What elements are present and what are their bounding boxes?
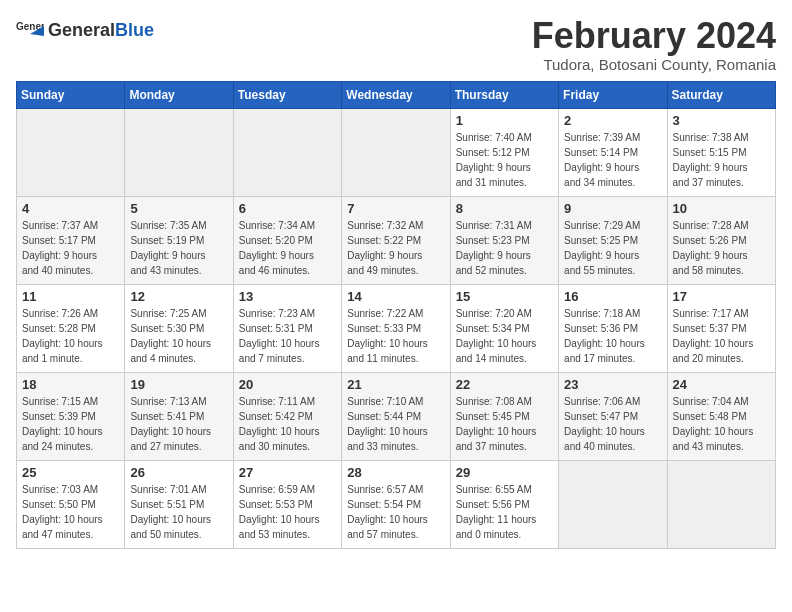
calendar-cell: 11Sunrise: 7:26 AM Sunset: 5:28 PM Dayli… (17, 284, 125, 372)
day-number: 16 (564, 289, 661, 304)
day-info: Sunrise: 7:31 AM Sunset: 5:23 PM Dayligh… (456, 218, 553, 278)
day-info: Sunrise: 7:17 AM Sunset: 5:37 PM Dayligh… (673, 306, 770, 366)
day-info: Sunrise: 6:57 AM Sunset: 5:54 PM Dayligh… (347, 482, 444, 542)
day-info: Sunrise: 7:37 AM Sunset: 5:17 PM Dayligh… (22, 218, 119, 278)
title-block: February 2024 Tudora, Botosani County, R… (532, 16, 776, 73)
day-info: Sunrise: 7:34 AM Sunset: 5:20 PM Dayligh… (239, 218, 336, 278)
calendar-cell: 21Sunrise: 7:10 AM Sunset: 5:44 PM Dayli… (342, 372, 450, 460)
day-info: Sunrise: 6:55 AM Sunset: 5:56 PM Dayligh… (456, 482, 553, 542)
day-info: Sunrise: 7:20 AM Sunset: 5:34 PM Dayligh… (456, 306, 553, 366)
calendar-cell (342, 108, 450, 196)
day-number: 27 (239, 465, 336, 480)
page-header: General GeneralBlue February 2024 Tudora… (16, 16, 776, 73)
calendar-cell: 20Sunrise: 7:11 AM Sunset: 5:42 PM Dayli… (233, 372, 341, 460)
week-row-4: 18Sunrise: 7:15 AM Sunset: 5:39 PM Dayli… (17, 372, 776, 460)
day-number: 20 (239, 377, 336, 392)
calendar-cell (667, 460, 775, 548)
week-row-5: 25Sunrise: 7:03 AM Sunset: 5:50 PM Dayli… (17, 460, 776, 548)
day-info: Sunrise: 7:40 AM Sunset: 5:12 PM Dayligh… (456, 130, 553, 190)
day-number: 10 (673, 201, 770, 216)
day-info: Sunrise: 7:11 AM Sunset: 5:42 PM Dayligh… (239, 394, 336, 454)
calendar-cell: 22Sunrise: 7:08 AM Sunset: 5:45 PM Dayli… (450, 372, 558, 460)
calendar-cell: 5Sunrise: 7:35 AM Sunset: 5:19 PM Daylig… (125, 196, 233, 284)
day-number: 6 (239, 201, 336, 216)
calendar-cell: 25Sunrise: 7:03 AM Sunset: 5:50 PM Dayli… (17, 460, 125, 548)
week-row-1: 1Sunrise: 7:40 AM Sunset: 5:12 PM Daylig… (17, 108, 776, 196)
day-number: 13 (239, 289, 336, 304)
day-number: 1 (456, 113, 553, 128)
calendar-cell: 26Sunrise: 7:01 AM Sunset: 5:51 PM Dayli… (125, 460, 233, 548)
calendar-cell (559, 460, 667, 548)
day-info: Sunrise: 7:08 AM Sunset: 5:45 PM Dayligh… (456, 394, 553, 454)
logo-general-text: General (48, 20, 115, 40)
calendar-cell: 9Sunrise: 7:29 AM Sunset: 5:25 PM Daylig… (559, 196, 667, 284)
day-number: 18 (22, 377, 119, 392)
day-number: 12 (130, 289, 227, 304)
day-number: 11 (22, 289, 119, 304)
day-info: Sunrise: 7:28 AM Sunset: 5:26 PM Dayligh… (673, 218, 770, 278)
calendar-cell: 10Sunrise: 7:28 AM Sunset: 5:26 PM Dayli… (667, 196, 775, 284)
calendar-cell: 13Sunrise: 7:23 AM Sunset: 5:31 PM Dayli… (233, 284, 341, 372)
day-info: Sunrise: 7:22 AM Sunset: 5:33 PM Dayligh… (347, 306, 444, 366)
day-header-saturday: Saturday (667, 81, 775, 108)
day-info: Sunrise: 7:03 AM Sunset: 5:50 PM Dayligh… (22, 482, 119, 542)
day-header-monday: Monday (125, 81, 233, 108)
day-number: 15 (456, 289, 553, 304)
calendar-cell: 3Sunrise: 7:38 AM Sunset: 5:15 PM Daylig… (667, 108, 775, 196)
day-info: Sunrise: 7:32 AM Sunset: 5:22 PM Dayligh… (347, 218, 444, 278)
day-number: 23 (564, 377, 661, 392)
calendar-cell: 4Sunrise: 7:37 AM Sunset: 5:17 PM Daylig… (17, 196, 125, 284)
day-info: Sunrise: 7:29 AM Sunset: 5:25 PM Dayligh… (564, 218, 661, 278)
calendar-table: SundayMondayTuesdayWednesdayThursdayFrid… (16, 81, 776, 549)
calendar-cell: 28Sunrise: 6:57 AM Sunset: 5:54 PM Dayli… (342, 460, 450, 548)
day-number: 5 (130, 201, 227, 216)
day-number: 9 (564, 201, 661, 216)
day-number: 26 (130, 465, 227, 480)
day-info: Sunrise: 7:15 AM Sunset: 5:39 PM Dayligh… (22, 394, 119, 454)
calendar-cell: 16Sunrise: 7:18 AM Sunset: 5:36 PM Dayli… (559, 284, 667, 372)
day-info: Sunrise: 7:04 AM Sunset: 5:48 PM Dayligh… (673, 394, 770, 454)
calendar-cell: 14Sunrise: 7:22 AM Sunset: 5:33 PM Dayli… (342, 284, 450, 372)
day-number: 29 (456, 465, 553, 480)
calendar-cell: 19Sunrise: 7:13 AM Sunset: 5:41 PM Dayli… (125, 372, 233, 460)
day-info: Sunrise: 7:13 AM Sunset: 5:41 PM Dayligh… (130, 394, 227, 454)
day-number: 19 (130, 377, 227, 392)
calendar-cell: 15Sunrise: 7:20 AM Sunset: 5:34 PM Dayli… (450, 284, 558, 372)
day-number: 3 (673, 113, 770, 128)
day-number: 8 (456, 201, 553, 216)
calendar-cell: 18Sunrise: 7:15 AM Sunset: 5:39 PM Dayli… (17, 372, 125, 460)
day-number: 14 (347, 289, 444, 304)
week-row-2: 4Sunrise: 7:37 AM Sunset: 5:17 PM Daylig… (17, 196, 776, 284)
day-number: 22 (456, 377, 553, 392)
day-header-sunday: Sunday (17, 81, 125, 108)
logo-icon: General (16, 16, 44, 44)
day-number: 24 (673, 377, 770, 392)
day-info: Sunrise: 6:59 AM Sunset: 5:53 PM Dayligh… (239, 482, 336, 542)
day-info: Sunrise: 7:26 AM Sunset: 5:28 PM Dayligh… (22, 306, 119, 366)
calendar-cell: 29Sunrise: 6:55 AM Sunset: 5:56 PM Dayli… (450, 460, 558, 548)
days-header-row: SundayMondayTuesdayWednesdayThursdayFrid… (17, 81, 776, 108)
calendar-cell: 2Sunrise: 7:39 AM Sunset: 5:14 PM Daylig… (559, 108, 667, 196)
calendar-cell (233, 108, 341, 196)
calendar-cell: 24Sunrise: 7:04 AM Sunset: 5:48 PM Dayli… (667, 372, 775, 460)
day-header-tuesday: Tuesday (233, 81, 341, 108)
logo: General GeneralBlue (16, 16, 154, 44)
day-info: Sunrise: 7:38 AM Sunset: 5:15 PM Dayligh… (673, 130, 770, 190)
calendar-cell: 12Sunrise: 7:25 AM Sunset: 5:30 PM Dayli… (125, 284, 233, 372)
day-info: Sunrise: 7:01 AM Sunset: 5:51 PM Dayligh… (130, 482, 227, 542)
day-info: Sunrise: 7:18 AM Sunset: 5:36 PM Dayligh… (564, 306, 661, 366)
calendar-cell: 17Sunrise: 7:17 AM Sunset: 5:37 PM Dayli… (667, 284, 775, 372)
calendar-cell (125, 108, 233, 196)
day-header-wednesday: Wednesday (342, 81, 450, 108)
day-info: Sunrise: 7:10 AM Sunset: 5:44 PM Dayligh… (347, 394, 444, 454)
day-number: 25 (22, 465, 119, 480)
week-row-3: 11Sunrise: 7:26 AM Sunset: 5:28 PM Dayli… (17, 284, 776, 372)
day-info: Sunrise: 7:23 AM Sunset: 5:31 PM Dayligh… (239, 306, 336, 366)
day-number: 21 (347, 377, 444, 392)
day-number: 2 (564, 113, 661, 128)
day-info: Sunrise: 7:39 AM Sunset: 5:14 PM Dayligh… (564, 130, 661, 190)
day-info: Sunrise: 7:35 AM Sunset: 5:19 PM Dayligh… (130, 218, 227, 278)
day-number: 7 (347, 201, 444, 216)
day-header-thursday: Thursday (450, 81, 558, 108)
day-info: Sunrise: 7:06 AM Sunset: 5:47 PM Dayligh… (564, 394, 661, 454)
